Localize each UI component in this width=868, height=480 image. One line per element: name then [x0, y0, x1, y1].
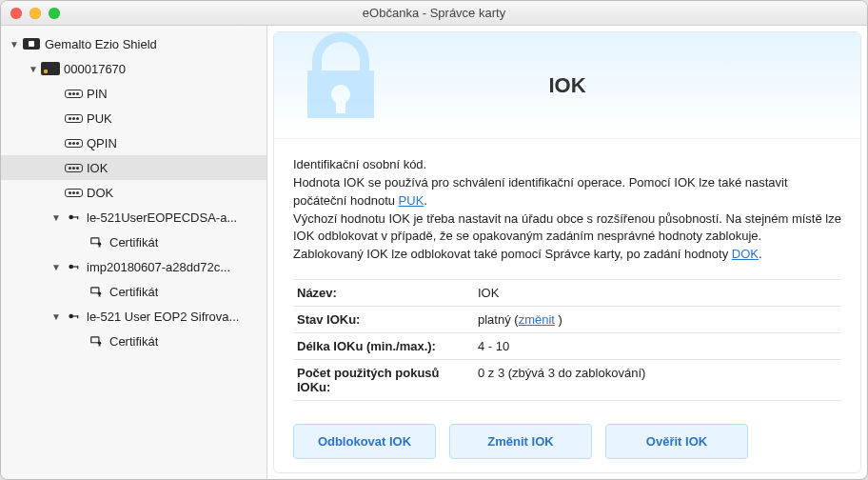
puk-link[interactable]: PUK	[399, 193, 424, 208]
properties-table: Název: IOK Stav IOKu: platný (změnit ) D…	[293, 279, 841, 401]
pin-icon	[64, 164, 83, 172]
banner: IOK	[274, 32, 860, 139]
panel-body: Identifikační osobní kód. Hodnota IOK se…	[274, 139, 860, 472]
container-node[interactable]: ▼ imp20180607-a28dd72c...	[1, 254, 266, 279]
app-body: ▼ Gemalto Ezio Shield ▼ 000017670 PIN PU…	[1, 26, 867, 479]
container-node[interactable]: ▼ le-521 User EOP2 Sifrova...	[1, 304, 266, 329]
card-node[interactable]: ▼ 000017670	[1, 56, 266, 81]
reader-node[interactable]: ▼ Gemalto Ezio Shield	[1, 31, 266, 56]
key-icon	[64, 210, 83, 224]
prop-attempts-label: Počet použitých pokusů IOKu:	[293, 360, 474, 401]
svg-rect-2	[77, 216, 78, 219]
titlebar: eObčanka - Správce karty	[1, 1, 867, 26]
app-window: eObčanka - Správce karty ▼ Gemalto Ezio …	[0, 0, 868, 480]
description: Identifikační osobní kód. Hodnota IOK se…	[293, 156, 841, 264]
prop-attempts-value: 0 z 3 (zbývá 3 do zablokování)	[474, 360, 841, 401]
dok-link[interactable]: DOK	[732, 247, 759, 261]
chevron-down-icon[interactable]: ▼	[28, 64, 39, 74]
svg-rect-8	[91, 288, 99, 293]
code-node-dok[interactable]: DOK	[1, 180, 266, 205]
window-title: eObčanka - Správce karty	[1, 6, 867, 20]
key-icon	[64, 310, 83, 323]
chevron-down-icon[interactable]: ▼	[50, 262, 62, 272]
chevron-down-icon[interactable]: ▼	[9, 39, 20, 50]
card-label: 000017670	[64, 62, 126, 76]
prop-state-value: platný (změnit )	[474, 307, 841, 333]
code-node-pin[interactable]: PIN	[1, 81, 266, 106]
chevron-down-icon[interactable]: ▼	[50, 311, 62, 322]
prop-length-value: 4 - 10	[474, 333, 841, 360]
card-icon	[41, 62, 60, 75]
svg-rect-3	[91, 238, 99, 244]
code-node-iok[interactable]: IOK	[1, 155, 266, 180]
pin-icon	[64, 114, 83, 123]
svg-rect-7	[77, 266, 78, 269]
panel-heading: IOK	[274, 32, 860, 139]
certificate-icon	[87, 334, 106, 348]
prop-name-value: IOK	[474, 280, 841, 307]
change-state-link[interactable]: změnit	[519, 312, 555, 327]
code-node-qpin[interactable]: QPIN	[1, 130, 266, 155]
key-icon	[64, 260, 83, 273]
close-window-button[interactable]	[10, 8, 22, 19]
zoom-window-button[interactable]	[49, 8, 60, 19]
svg-rect-13	[91, 337, 99, 343]
cert-node[interactable]: Certifikát	[1, 279, 266, 304]
certificate-icon	[87, 285, 106, 298]
minimize-window-button[interactable]	[30, 8, 41, 19]
detail-card: IOK Identifikační osobní kód. Hodnota IO…	[273, 31, 861, 473]
chevron-down-icon[interactable]: ▼	[50, 212, 62, 223]
reader-label: Gemalto Ezio Shield	[45, 37, 157, 51]
content-pane: IOK Identifikační osobní kód. Hodnota IO…	[267, 26, 867, 479]
certificate-icon	[87, 235, 106, 249]
svg-point-14	[98, 342, 102, 346]
svg-point-10	[69, 314, 73, 319]
svg-point-0	[69, 215, 73, 220]
verify-iok-button[interactable]: Ověřit IOK	[605, 424, 748, 459]
pin-icon	[64, 139, 83, 148]
cert-node[interactable]: Certifikát	[1, 329, 266, 353]
code-node-puk[interactable]: PUK	[1, 106, 266, 130]
prop-state-label: Stav IOKu:	[293, 307, 474, 333]
reader-icon	[22, 38, 41, 50]
prop-name-label: Název:	[293, 280, 474, 307]
traffic-lights	[10, 8, 60, 19]
prop-length-label: Délka IOKu (min./max.):	[293, 333, 474, 360]
svg-point-4	[98, 243, 102, 247]
change-iok-button[interactable]: Změnit IOK	[449, 424, 592, 459]
container-node[interactable]: ▼ le-521UserEOPECDSA-a...	[1, 205, 266, 230]
unblock-iok-button[interactable]: Odblokovat IOK	[293, 424, 436, 459]
pin-icon	[64, 189, 83, 197]
sidebar[interactable]: ▼ Gemalto Ezio Shield ▼ 000017670 PIN PU…	[1, 26, 267, 479]
action-bar: Odblokovat IOK Změnit IOK Ověřit IOK	[293, 424, 841, 459]
pin-icon	[64, 90, 83, 98]
cert-node[interactable]: Certifikát	[1, 230, 266, 254]
svg-rect-12	[77, 315, 78, 318]
svg-point-5	[69, 265, 73, 270]
svg-point-9	[98, 292, 102, 296]
